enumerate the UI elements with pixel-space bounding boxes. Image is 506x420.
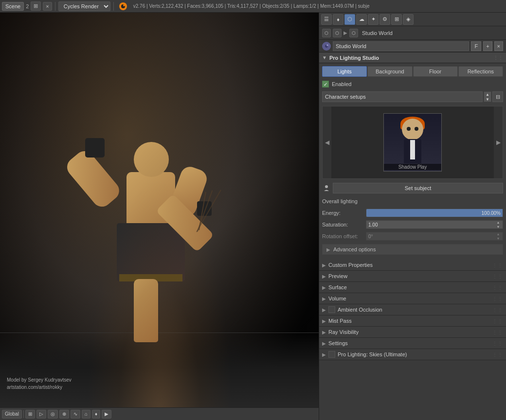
vp-home-btn[interactable]: ⌂ — [82, 410, 90, 419]
surface-arrow: ▶ — [322, 285, 326, 290]
set-subject-button[interactable]: Set subject — [333, 183, 503, 193]
main-area: Model by Sergey Kudryavtsev artstation.c… — [0, 13, 506, 420]
viewport[interactable]: Model by Sergey Kudryavtsev artstation.c… — [0, 13, 319, 420]
preview-left-arrow[interactable]: ◀ — [323, 106, 331, 178]
ao-arrow: ▶ — [322, 307, 326, 313]
custom-properties-header[interactable]: ▶ Custom Properties ⋮⋮ — [319, 260, 506, 270]
rotation-up: ▲ — [496, 232, 501, 236]
advanced-options-row[interactable]: ▶ Advanced options — [322, 244, 503, 255]
enabled-checkbox[interactable] — [322, 81, 329, 88]
remove-world-button[interactable]: × — [494, 41, 503, 51]
tab-reflections[interactable]: Reflections — [458, 66, 503, 77]
vp-record-btn[interactable]: ▶ — [102, 410, 111, 419]
skies-title: Pro Lighting: Skies (Ultimate) — [338, 351, 407, 357]
saturation-arrows[interactable]: ▲ ▼ — [496, 221, 501, 229]
mist-pass-section: ▶ Mist Pass ⋮⋮ — [319, 315, 506, 327]
tab-background[interactable]: Background — [367, 66, 412, 77]
toolbar-shape-btn[interactable]: ◈ — [403, 14, 414, 25]
props-header: F + × — [319, 40, 506, 52]
enabled-label: Enabled — [332, 81, 351, 87]
ambient-occlusion-header[interactable]: ▶ Ambient Occlusion ⋮⋮ — [319, 304, 506, 315]
custom-properties-section: ▶ Custom Properties ⋮⋮ — [319, 260, 506, 271]
panel-nav-toolbar: ⬡ ⬡ ▶ ⬡ Studio World — [319, 26, 506, 40]
pls-section-header[interactable]: ▼ Pro Lighting Studio ⋮⋮ — [319, 52, 506, 63]
toolbar-grid-btn[interactable]: ⊞ — [391, 14, 402, 25]
vp-circle-btn[interactable]: ◎ — [48, 410, 58, 419]
volume-title: Volume — [328, 296, 346, 301]
toolbar-menu-btn[interactable]: ☰ — [321, 14, 332, 25]
layout-icon-button[interactable]: ⊞ — [31, 1, 41, 11]
energy-slider[interactable]: 100.00% — [366, 209, 503, 217]
ray-visibility-header[interactable]: ▶ Ray Visibility ⋮⋮ — [319, 327, 506, 337]
energy-label: Energy: — [322, 210, 366, 216]
ao-title: Ambient Occlusion — [338, 307, 382, 313]
saturation-field[interactable]: 1.00 ▲ ▼ — [366, 220, 503, 229]
toolbar-gear-btn[interactable]: ⚙ — [380, 14, 390, 25]
vp-grid-btn[interactable]: ⊞ — [25, 410, 35, 419]
rotation-value: 0° — [368, 234, 373, 239]
vp-wave-btn[interactable]: ∿ — [71, 410, 80, 419]
toolbar-world-btn[interactable]: ⬡ — [344, 14, 355, 25]
ray-visibility-section: ▶ Ray Visibility ⋮⋮ — [319, 327, 506, 338]
global-mode-btn[interactable]: Global — [2, 410, 22, 419]
custom-props-grip: ⋮⋮ — [492, 262, 503, 268]
tab-lights[interactable]: Lights — [322, 66, 367, 77]
custom-props-title: Custom Properties — [328, 262, 373, 268]
vp-play-btn[interactable]: ▷ — [36, 410, 46, 419]
preview-section-header[interactable]: ▶ Preview ⋮⋮ — [319, 271, 506, 281]
rotation-label: Rotation offset: — [322, 233, 366, 239]
nav-icon-1[interactable]: ⬡ — [322, 29, 331, 37]
pls-collapse-arrow: ▼ — [322, 55, 327, 60]
skies-grip: ⋮⋮ — [492, 352, 503, 357]
settings-header[interactable]: ▶ Settings ⋮⋮ — [319, 338, 506, 349]
preview-title: Preview — [328, 273, 347, 279]
preview-right-arrow[interactable]: ▶ — [494, 106, 503, 178]
filter-button[interactable]: ⊟ — [492, 91, 503, 102]
mist-arrow: ▶ — [322, 318, 326, 324]
saturation-down[interactable]: ▼ — [496, 225, 501, 229]
preview-section: ▶ Preview ⋮⋮ — [319, 271, 506, 282]
tab-floor[interactable]: Floor — [413, 66, 458, 77]
preview-grip: ⋮⋮ — [492, 274, 503, 279]
vp-divider — [23, 410, 24, 418]
settings-section: ▶ Settings ⋮⋮ — [319, 338, 506, 349]
toolbar-cloud-btn[interactable]: ☁ — [356, 14, 367, 25]
pls-section-title: Pro Lighting Studio — [329, 55, 379, 61]
preview-thumbnail[interactable]: Shadow Play — [383, 113, 442, 172]
saturation-label: Saturation: — [322, 222, 366, 228]
set-subject-row: Set subject — [322, 183, 503, 193]
world-icon — [322, 42, 331, 51]
blender-logo-icon — [119, 2, 127, 11]
ray-arrow: ▶ — [322, 330, 326, 335]
ray-grip: ⋮⋮ — [492, 330, 503, 335]
panel-icon-toolbar: ☰ ♦ ⬡ ☁ ✦ ⚙ ⊞ ◈ — [319, 13, 506, 26]
render-engine-select[interactable]: Cycles Render — [58, 1, 110, 11]
toolbar-star-btn[interactable]: ✦ — [368, 14, 379, 25]
surface-header[interactable]: ▶ Surface ⋮⋮ — [319, 282, 506, 293]
nav-icon-2[interactable]: ⬡ — [333, 29, 342, 37]
svg-point-5 — [326, 44, 328, 46]
svg-point-6 — [325, 185, 328, 188]
scene-button[interactable]: Scene — [2, 2, 24, 11]
saturation-up[interactable]: ▲ — [496, 221, 501, 225]
char-head-art — [402, 119, 423, 140]
stats-text: v2.76 | Verts:2,122,432 | Faces:3,966,10… — [133, 3, 370, 9]
vp-diamond-btn[interactable]: ♦ — [92, 410, 100, 419]
pro-lighting-skies-header[interactable]: ▶ Pro Lighting: Skies (Ultimate) ⋮⋮ — [319, 349, 506, 360]
toolbar-node-btn[interactable]: ♦ — [333, 14, 343, 25]
divider-1 — [55, 2, 55, 11]
add-world-button[interactable]: + — [483, 41, 492, 51]
volume-header[interactable]: ▶ Volume ⋮⋮ — [319, 293, 506, 304]
mist-grip: ⋮⋮ — [492, 318, 503, 324]
character-setups-select[interactable]: Character setups — [322, 91, 483, 102]
dropdown-arrows[interactable]: ▲ ▼ — [484, 91, 491, 102]
vp-crosshair-btn[interactable]: ⊕ — [59, 410, 69, 419]
world-name-input[interactable] — [333, 41, 469, 51]
mist-title: Mist Pass — [328, 318, 352, 324]
world-nav-icon[interactable]: ⬡ — [349, 29, 358, 37]
surface-grip: ⋮⋮ — [492, 285, 503, 290]
close-scene-button[interactable]: × — [43, 2, 52, 11]
fake-user-button[interactable]: F — [471, 41, 481, 51]
lighting-tabs: Lights Background Floor Reflections — [322, 66, 503, 77]
mist-pass-header[interactable]: ▶ Mist Pass ⋮⋮ — [319, 315, 506, 326]
